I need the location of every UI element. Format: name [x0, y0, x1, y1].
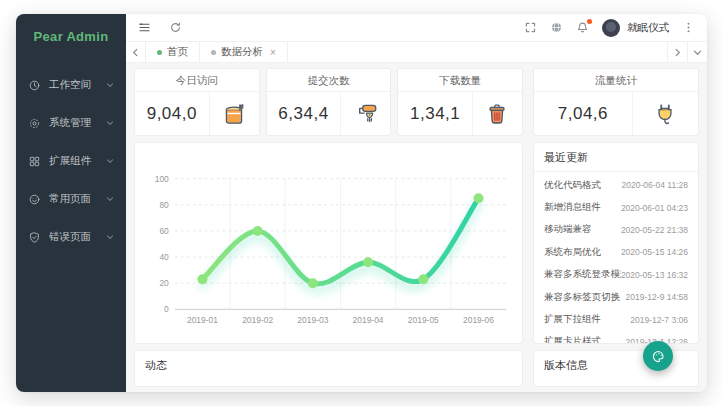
svg-text:40: 40 — [159, 252, 169, 262]
svg-text:2019-05: 2019-05 — [408, 315, 439, 325]
language-globe-icon[interactable] — [550, 21, 563, 34]
updates-list: 优化代码格式 2020-06-04 11:28 新增消息组件 2020-06-0… — [534, 172, 698, 344]
recent-updates-title: 最近更新 — [534, 143, 698, 172]
theme-settings-button[interactable] — [643, 341, 673, 371]
sidebar: Pear Admin 工作空间 系统管理 扩展组件 常用页面 错误页面 — [16, 14, 126, 392]
svg-text:2019-04: 2019-04 — [353, 315, 384, 325]
recent-updates-panel: 最近更新 优化代码格式 2020-06-04 11:28 新增消息组件 2020… — [533, 142, 699, 344]
component-icon — [28, 155, 41, 168]
top-header: 就眠仪式 — [126, 14, 707, 42]
update-item: 系统布局优化 2020-05-15 14:26 — [534, 241, 698, 263]
header-right: 就眠仪式 — [524, 19, 695, 37]
more-menu-icon[interactable] — [682, 21, 695, 34]
main-area: 就眠仪式 首页 数据分析 × — [126, 14, 707, 392]
tabs-scroll-left-icon[interactable] — [126, 42, 146, 62]
tabs-strip: 首页 数据分析 × — [146, 42, 288, 62]
tabbar-spacer — [288, 42, 667, 62]
update-time: 2020-06-04 11:28 — [622, 180, 688, 190]
sidebar-item-workspace[interactable]: 工作空间 — [16, 66, 126, 104]
update-time: 2020-05-13 16:32 — [621, 270, 688, 280]
clock-icon — [28, 79, 41, 92]
stat-value: 6,34,4 — [267, 92, 341, 135]
svg-text:2019-06: 2019-06 — [463, 315, 494, 325]
svg-text:2019-02: 2019-02 — [242, 315, 273, 325]
sidebar-item-label: 常用页面 — [49, 192, 91, 206]
stat-card-3: 下载数量 1,34,1 — [397, 68, 523, 136]
chevron-down-icon — [106, 195, 114, 203]
paint-roller-icon — [340, 92, 390, 135]
stat-value: 9,04,0 — [135, 92, 209, 135]
update-label: 移动端兼容 — [544, 223, 592, 236]
update-item: 扩展下拉组件 2019-12-7 3:06 — [534, 308, 698, 330]
tab-1[interactable]: 首页 — [146, 42, 200, 62]
svg-text:0: 0 — [164, 304, 169, 314]
sidebar-item-system[interactable]: 系统管理 — [16, 104, 126, 142]
update-label: 扩展卡片样式 — [544, 335, 601, 344]
stat-card-2: 提交次数 6,34,4 — [266, 68, 392, 136]
stat-title: 流量统计 — [534, 69, 698, 92]
update-item: 新增消息组件 2020-06-01 04:23 — [534, 196, 698, 218]
update-item: 兼容多标签页切换 2019-12-9 14:58 — [534, 286, 698, 308]
activity-title: 动态 — [135, 351, 522, 379]
update-time: 2019-12-7 3:06 — [630, 315, 688, 325]
fullscreen-icon[interactable] — [524, 21, 537, 34]
update-item: 优化代码格式 2020-06-04 11:28 — [534, 174, 698, 196]
update-time: 2020-05-22 21:38 — [621, 225, 688, 235]
notification-bell-icon[interactable] — [576, 21, 589, 34]
refresh-icon[interactable] — [169, 21, 182, 34]
chevron-down-icon — [106, 233, 114, 241]
update-label: 兼容多系统登录模式 — [544, 268, 621, 281]
collapse-menu-icon[interactable] — [138, 21, 151, 34]
svg-text:2019-03: 2019-03 — [297, 315, 328, 325]
tab-label: 数据分析 — [221, 45, 263, 59]
username-label[interactable]: 就眠仪式 — [627, 21, 669, 35]
tab-status-dot — [157, 50, 162, 55]
plug-icon — [632, 92, 698, 135]
update-time: 2020-05-15 14:26 — [621, 247, 688, 257]
tabs-scroll-right-icon[interactable] — [667, 42, 687, 62]
tab-bar: 首页 数据分析 × — [126, 42, 707, 63]
stat-title: 提交次数 — [267, 69, 391, 92]
sidebar-item-label: 工作空间 — [49, 78, 91, 92]
stat-value: 7,04,6 — [534, 92, 632, 135]
notification-dot — [587, 19, 592, 24]
stat-value: 1,34,1 — [398, 92, 472, 135]
update-label: 新增消息组件 — [544, 201, 601, 214]
sidebar-item-error[interactable]: 错误页面 — [16, 218, 126, 256]
svg-text:2019-01: 2019-01 — [187, 315, 218, 325]
trash-icon — [472, 92, 522, 135]
stat-card-traffic-slot: 流量统计 7,04,6 — [533, 68, 699, 136]
svg-text:80: 80 — [159, 200, 169, 210]
tab-status-dot — [211, 50, 216, 55]
update-label: 系统布局优化 — [544, 246, 601, 259]
stat-card-4: 流量统计 7,04,6 — [533, 68, 699, 136]
gear-icon — [28, 117, 41, 130]
activity-panel: 动态 — [134, 350, 523, 387]
user-avatar[interactable] — [602, 19, 620, 37]
tab-label: 首页 — [167, 45, 188, 59]
sidebar-item-extension[interactable]: 扩展组件 — [16, 142, 126, 180]
sidebar-item-label: 系统管理 — [49, 116, 91, 130]
chevron-down-icon — [106, 81, 114, 89]
chevron-down-icon — [106, 157, 114, 165]
update-item: 移动端兼容 2020-05-22 21:38 — [534, 219, 698, 241]
svg-text:100: 100 — [155, 174, 169, 184]
tabs-dropdown-icon[interactable] — [687, 42, 707, 62]
content-area: 今日访问 9,04,0 提交次数 6,34,4 下载数量 1,34,1 流量统计… — [126, 63, 707, 392]
update-label: 扩展下拉组件 — [544, 313, 601, 326]
sidebar-item-pages[interactable]: 常用页面 — [16, 180, 126, 218]
update-label: 优化代码格式 — [544, 179, 601, 192]
version-panel: 版本信息 — [533, 350, 699, 387]
line-chart-svg: 0204060801002019-012019-022019-032019-04… — [135, 143, 522, 343]
sidebar-item-label: 错误页面 — [49, 230, 91, 244]
chevron-down-icon — [106, 119, 114, 127]
stat-title: 下载数量 — [398, 69, 522, 92]
visits-line-chart: 0204060801002019-012019-022019-032019-04… — [134, 142, 523, 344]
sidebar-menu: 工作空间 系统管理 扩展组件 常用页面 错误页面 — [16, 66, 126, 256]
brand-logo: Pear Admin — [16, 14, 126, 60]
svg-text:20: 20 — [159, 278, 169, 288]
stat-title: 今日访问 — [135, 69, 259, 92]
tab-close-icon[interactable]: × — [270, 47, 276, 58]
version-title: 版本信息 — [534, 351, 698, 379]
tab-2[interactable]: 数据分析 × — [200, 42, 288, 62]
